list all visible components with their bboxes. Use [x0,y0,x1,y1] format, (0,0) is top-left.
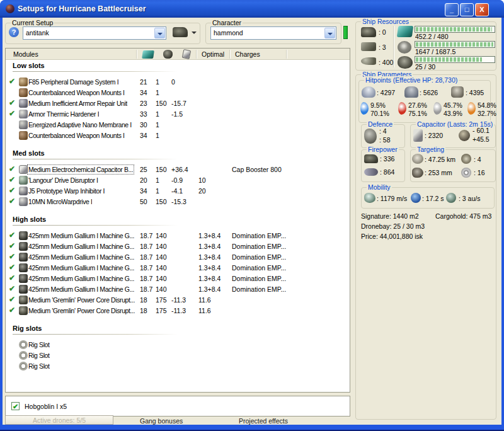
module-name[interactable]: 'Langour' Drive Disruptor I [28,176,98,184]
module-name[interactable]: Armor Thermic Hardener I [28,110,99,118]
gang-bonuses-label[interactable]: Gang bonuses [140,417,183,425]
module-row[interactable]: ✔10MN MicroWarpdrive I50150-15.3 [6,197,350,207]
minimize-button[interactable]: _ [445,3,459,16]
optimal-column-header[interactable]: Optimal [202,50,224,58]
thermal-resist-bottom: 75.1% [408,110,427,117]
rig-slot-row[interactable]: Rig Slot [6,350,350,361]
module-row[interactable]: ✔425mm Medium Gallium I Machine G...18.7… [6,273,350,284]
damage-module-icon [19,78,28,86]
dronebay-bar-fill [416,57,482,62]
module-optimal: 1.3+8.4 [198,253,220,261]
module-row[interactable]: ✔Medium 'Gremlin' Power Core Disrupt...1… [6,295,350,306]
help-icon[interactable]: ? [9,27,19,37]
module-name[interactable]: 10MN MicroWarpdrive I [28,198,92,205]
module-name[interactable]: Counterbalanced Weapon Mounts I [28,132,125,139]
setup-combobox-value: antitank [26,29,49,37]
module-name[interactable]: F85 Peripheral Damage System I [28,78,118,86]
capacitor-column-icon[interactable] [182,49,192,59]
projected-effects-label[interactable]: Projected effects [239,417,288,425]
module-row[interactable]: ✔J5 Prototype Warp Inhibitor I341-4.120 [6,186,350,197]
modules-table[interactable]: Modules Optimal Charges Low slots✔F85 Pe… [5,48,350,393]
module-name[interactable]: 425mm Medium Gallium I Machine G... [28,253,134,261]
module-row[interactable]: ✔425mm Medium Gallium I Machine G...18.7… [6,263,350,273]
capacitor-drain: - 60.1 [472,127,490,134]
module-row[interactable]: Energized Adaptive Nano Membrane I301 [6,120,350,130]
module-row[interactable]: Counterbalanced Weapon Mounts I341 [6,88,350,98]
module-powergrid: 1 [156,78,159,86]
fitted-check-icon: ✔ [9,231,15,239]
app-icon [6,4,14,13]
modules-column-header[interactable]: Modules [13,50,38,58]
module-name[interactable]: 425mm Medium Gallium I Machine G... [28,285,134,293]
module-row[interactable]: ✔Armor Thermic Hardener I331-1.5 [6,109,350,120]
module-name[interactable]: Medium Inefficient Armor Repair Unit [28,100,127,107]
setup-combobox[interactable]: antitank [23,26,166,40]
module-cpu: 18.7 [140,264,152,272]
module-cap-use: -0.9 [171,176,183,184]
module-name[interactable]: Energized Adaptive Nano Membrane I [28,121,132,129]
cpu-column-icon[interactable] [142,50,154,59]
rig-slot-row[interactable]: Rig Slot [6,340,350,350]
module-name[interactable]: 425mm Medium Gallium I Machine G... [28,275,134,282]
module-row[interactable]: ✔'Langour' Drive Disruptor I201-0.910 [6,175,350,186]
module-row[interactable]: ✔425mm Medium Gallium I Machine G...18.7… [6,284,350,295]
warp-speed-icon [446,193,456,203]
module-powergrid: 175 [156,296,167,304]
module-name[interactable]: Rig Slot [28,362,50,370]
module-name[interactable]: Medium Electrochemical Capacitor B... [28,166,133,173]
hull-hp: : 4395 [466,89,484,96]
capacitor-recharge: +45.5 [472,135,490,143]
import-menu-button[interactable] [173,26,198,40]
scan-resolution: : 253 mm [425,169,452,176]
capacitor-delta-icon [459,130,470,141]
charges-column-header[interactable]: Charges [235,50,260,58]
module-cpu: 50 [140,198,147,205]
module-name[interactable]: Medium 'Gremlin' Power Core Disrupt... [28,307,135,314]
setup-combobox-dropdown-icon[interactable] [154,28,165,38]
sensor-strength: : 16 [474,169,485,176]
character-combobox[interactable]: hammond [210,26,336,40]
module-name[interactable]: 425mm Medium Gallium I Machine G... [28,243,134,250]
close-button[interactable]: X [475,3,489,16]
missile-dps-icon [364,168,378,176]
explosive-resist-top: 54.8% [478,101,496,109]
maximize-button[interactable]: □ [460,3,474,16]
module-optimal: 20 [198,187,206,195]
module-row[interactable]: ✔425mm Medium Gallium I Machine G...18.7… [6,241,350,252]
capacitor-amount: : 2320 [425,132,443,139]
module-name[interactable]: Rig Slot [28,341,50,348]
gun-module-icon [19,285,28,294]
module-row[interactable]: Counterbalanced Weapon Mounts I341 [6,130,350,141]
align-time-icon [411,193,421,203]
module-name[interactable]: Rig Slot [28,352,50,359]
rig-slot-row[interactable]: Rig Slot [6,361,350,372]
module-row[interactable]: ✔Medium 'Gremlin' Power Core Disrupt...1… [6,306,350,316]
module-optimal: 1.3+8.4 [198,275,220,282]
module-cap-use: -1.5 [171,110,183,118]
drone-checkbox[interactable]: ✔ [11,402,20,410]
module-row[interactable]: ✔F85 Peripheral Damage System I2110 [6,77,350,88]
module-name[interactable]: Counterbalanced Weapon Mounts I [28,89,125,96]
title-bar[interactable]: Setups for Hurricane Battlecruiser _ □ X [0,0,504,18]
module-row[interactable]: ✔425mm Medium Gallium I Machine G...18.7… [6,252,350,263]
active-drones-bar[interactable]: Active drones: 5/5 [5,415,113,425]
module-name[interactable]: 425mm Medium Gallium I Machine G... [28,232,134,239]
module-optimal: 1.3+8.4 [198,264,220,272]
defence-icon [364,129,377,144]
membr-module-icon [19,120,28,129]
drone-bay-panel: ✔ Hobgoblin I x5 [5,396,350,417]
fitted-check-icon: ✔ [9,164,15,173]
module-row[interactable]: ✔425mm Medium Gallium I Machine G...18.7… [6,231,350,241]
gun-module-icon [19,231,28,240]
powergrid-column-icon[interactable] [163,50,173,59]
section-rule [13,334,178,335]
module-name[interactable]: 425mm Medium Gallium I Machine G... [28,264,134,272]
cpu-bar [415,26,495,33]
module-name[interactable]: J5 Prototype Warp Inhibitor I [28,187,105,195]
module-row[interactable]: ✔Medium Inefficient Armor Repair Unit231… [6,98,350,109]
modules-table-body: Low slots✔F85 Peripheral Damage System I… [6,60,350,392]
modules-table-header[interactable]: Modules Optimal Charges [6,49,350,60]
module-name[interactable]: Medium 'Gremlin' Power Core Disrupt... [28,296,135,304]
module-row[interactable]: ✔Medium Electrochemical Capacitor B...25… [6,164,350,175]
character-combobox-dropdown-icon[interactable] [324,28,335,38]
